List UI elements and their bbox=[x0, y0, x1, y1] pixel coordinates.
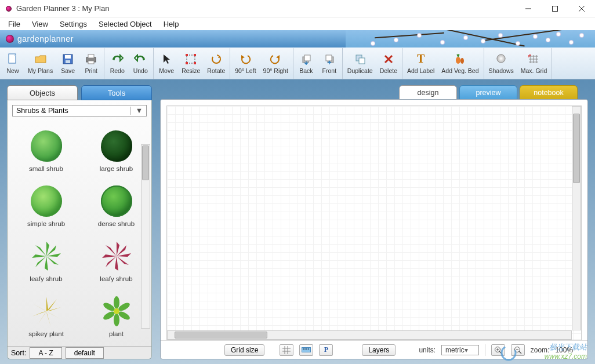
svg-line-64 bbox=[519, 351, 521, 354]
svg-rect-7 bbox=[66, 60, 70, 63]
window-title: Garden Planner 3 : My Plan bbox=[16, 4, 109, 13]
svg-rect-1 bbox=[553, 6, 558, 11]
svg-rect-15 bbox=[194, 62, 196, 64]
duplicate-button[interactable]: Duplicate bbox=[344, 48, 376, 79]
objects-scrollbar[interactable] bbox=[141, 144, 150, 329]
svg-marker-38 bbox=[46, 311, 60, 319]
svg-marker-39 bbox=[46, 311, 50, 326]
minimize-button[interactable] bbox=[515, 0, 542, 17]
grid-toggle-button[interactable] bbox=[280, 344, 293, 356]
tab-objects[interactable]: Objects bbox=[7, 85, 78, 100]
object-simple-shrub[interactable]: simple shrub bbox=[11, 179, 81, 234]
svg-rect-18 bbox=[304, 55, 310, 61]
menu-view[interactable]: View bbox=[27, 19, 53, 30]
object-spikey-plant[interactable]: spikey plant bbox=[11, 289, 81, 344]
brand-icon bbox=[6, 35, 14, 43]
zoom-value: 100% bbox=[555, 346, 573, 354]
brand-text: gardenplanner bbox=[17, 34, 74, 43]
design-canvas[interactable] bbox=[166, 105, 582, 340]
app-icon bbox=[6, 6, 12, 12]
titlebar: Garden Planner 3 : My Plan bbox=[0, 0, 595, 17]
svg-marker-35 bbox=[46, 297, 48, 311]
menu-selected-object[interactable]: Selected Object bbox=[94, 19, 157, 30]
units-select[interactable]: metric ▾ bbox=[441, 345, 479, 355]
objects-panel: Shrubs & Plants ▼ small shrub large shru… bbox=[7, 100, 152, 359]
new-icon bbox=[7, 52, 19, 66]
delete-icon bbox=[383, 52, 394, 66]
canvas-hscroll[interactable] bbox=[167, 330, 572, 340]
shadows-icon bbox=[495, 52, 507, 66]
svg-rect-6 bbox=[65, 55, 71, 59]
resize-button[interactable]: Resize bbox=[178, 48, 204, 79]
bottom-bar: Grid size P Layers units: metric ▾ zoom:… bbox=[161, 340, 587, 359]
add-veg-bed-button[interactable]: Add Veg. Bed bbox=[438, 48, 482, 79]
rotate-right-icon bbox=[270, 52, 281, 66]
chevron-down-icon: ▼ bbox=[130, 107, 143, 115]
svg-point-26 bbox=[460, 58, 464, 64]
layers-button[interactable]: Layers bbox=[362, 344, 396, 356]
svg-line-60 bbox=[499, 351, 502, 354]
banner: gardenplanner bbox=[0, 30, 595, 48]
duplicate-icon bbox=[354, 52, 366, 66]
menu-settings[interactable]: Settings bbox=[55, 19, 92, 30]
object-leafy-shrub-1[interactable]: leafy shrub bbox=[11, 234, 81, 289]
svg-rect-9 bbox=[88, 54, 94, 58]
p-button[interactable]: P bbox=[319, 344, 333, 356]
redo-button[interactable]: Redo bbox=[106, 48, 129, 79]
cursor-icon bbox=[162, 52, 171, 66]
print-button[interactable]: Print bbox=[79, 48, 103, 79]
add-label-button[interactable]: TAdd Label bbox=[404, 48, 438, 79]
svg-rect-14 bbox=[186, 62, 188, 64]
undo-button[interactable]: Undo bbox=[129, 48, 152, 79]
new-button[interactable]: New bbox=[1, 48, 24, 79]
move-button[interactable]: Move bbox=[155, 48, 178, 79]
menu-help[interactable]: Help bbox=[159, 19, 184, 30]
rotate-left-button[interactable]: 90° Left bbox=[231, 48, 259, 79]
resize-icon bbox=[185, 52, 197, 66]
maximize-button[interactable] bbox=[542, 0, 568, 17]
back-button[interactable]: Back bbox=[295, 48, 318, 79]
delete-button[interactable]: Delete bbox=[376, 48, 401, 79]
sort-default-button[interactable]: default bbox=[66, 347, 104, 359]
rotate-button[interactable]: Rotate bbox=[204, 48, 228, 79]
ruler-button[interactable] bbox=[299, 344, 313, 356]
tab-design[interactable]: design bbox=[399, 85, 457, 99]
zoom-in-button[interactable] bbox=[491, 344, 505, 356]
canvas-vscroll[interactable] bbox=[572, 106, 581, 330]
sort-label: Sort: bbox=[11, 349, 26, 357]
svg-point-46 bbox=[114, 314, 119, 326]
close-button[interactable] bbox=[568, 0, 595, 17]
myplans-button[interactable]: My Plans bbox=[24, 48, 56, 79]
zoom-label: zoom: bbox=[531, 346, 550, 354]
front-button[interactable]: Front bbox=[318, 48, 341, 79]
svg-rect-13 bbox=[194, 54, 196, 56]
object-small-shrub[interactable]: small shrub bbox=[11, 123, 81, 179]
tab-notebook[interactable]: notebook bbox=[520, 85, 578, 99]
rotate-right-button[interactable]: 90° Right bbox=[260, 48, 292, 79]
undo-icon bbox=[134, 52, 147, 66]
svg-point-28 bbox=[497, 54, 505, 63]
category-select[interactable]: Shrubs & Plants ▼ bbox=[12, 105, 147, 117]
tab-preview[interactable]: preview bbox=[459, 85, 517, 99]
save-icon bbox=[62, 52, 74, 66]
svg-rect-11 bbox=[187, 55, 195, 63]
text-icon: T bbox=[417, 52, 425, 66]
grid-size-button[interactable]: Grid size bbox=[224, 344, 264, 356]
max-grid-button[interactable]: Max. Grid bbox=[517, 48, 551, 79]
sort-az-button[interactable]: A - Z bbox=[30, 347, 61, 359]
svg-rect-10 bbox=[88, 61, 94, 64]
svg-point-43 bbox=[114, 296, 119, 309]
zoom-out-button[interactable] bbox=[511, 344, 525, 356]
send-back-icon bbox=[301, 52, 311, 66]
save-button[interactable]: Save bbox=[56, 48, 79, 79]
tab-tools[interactable]: Tools bbox=[81, 85, 152, 100]
redo-icon bbox=[111, 52, 124, 66]
svg-marker-40 bbox=[38, 311, 46, 325]
toolbar: New My Plans Save Print Redo Undo Move R… bbox=[0, 48, 595, 79]
menu-file[interactable]: File bbox=[3, 19, 25, 30]
svg-rect-22 bbox=[359, 58, 365, 64]
veg-icon bbox=[453, 52, 466, 66]
grid-icon bbox=[528, 52, 539, 66]
bring-front-icon bbox=[324, 52, 335, 66]
shadows-button[interactable]: Shadows bbox=[485, 48, 517, 79]
